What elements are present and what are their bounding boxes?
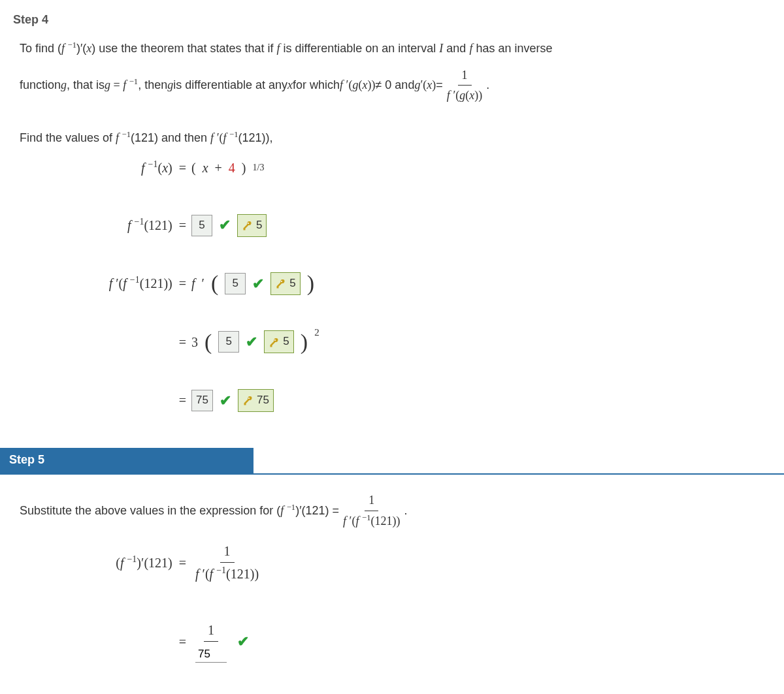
text: is differentiable at any (173, 75, 287, 95)
key-value: 5 (256, 216, 262, 235)
fraction: 1 f ′(g(x)) (443, 65, 486, 106)
svg-point-1 (281, 281, 282, 282)
step5-header-bar: Step 5 (0, 448, 253, 473)
equation-finv-121: f −1(121) = 5 ✔ 5 (20, 213, 764, 237)
text: To find ( (20, 42, 61, 55)
key-value: 5 (283, 332, 289, 351)
period: . (230, 691, 233, 694)
text: for which (293, 75, 340, 95)
answer-box-75[interactable]: 75 (191, 390, 213, 411)
step4-header: Step 4 (13, 13, 771, 27)
equation-sub1: (f −1)′(121) = 1 f ′(f −1(121)) (20, 540, 764, 585)
fraction-input: 1 (191, 619, 231, 664)
num: 1 (365, 490, 378, 511)
text: )′( (76, 42, 86, 55)
exponent-two: 2 (314, 324, 319, 341)
denominator-input[interactable] (195, 646, 227, 663)
equation-sub2: = 1 ✔ (20, 619, 764, 664)
answer-box-5b[interactable]: 5 (225, 273, 246, 294)
step5-underline (0, 473, 784, 475)
check-icon: ✔ (252, 272, 264, 296)
step4-content: To find (f −1)′(x) use the theorem that … (13, 35, 771, 428)
text: is differentiable on an interval (280, 42, 440, 55)
svg-point-2 (274, 339, 276, 341)
check-icon: ✔ (219, 213, 231, 237)
step5-paragraph-1: Substitute the above values in the expre… (20, 490, 764, 531)
answer-box-5c[interactable]: 5 (218, 331, 239, 353)
text: )′(121) = (295, 501, 339, 521)
equation-finv-x: f −1(x) = (x + 4)1/3 (20, 157, 764, 179)
answer-key-5b: 5 (270, 272, 300, 295)
equation-fprime-finv: f ′(f −1(121)) = f′( 5 ✔ 5 ) (20, 272, 764, 296)
text: ≠ 0 and (375, 75, 414, 95)
cross-icon: ✖ (214, 689, 226, 694)
step4-paragraph-2: function g, that is g = f −1, then g is … (20, 65, 764, 106)
num: 1 (220, 540, 235, 563)
step4-paragraph-3: Find the values of f −1(121) and then f … (20, 128, 764, 148)
svg-point-3 (248, 398, 250, 399)
text: Find the values of (20, 131, 116, 144)
fraction: 1 f ′(f −1(121)) (339, 490, 404, 531)
text: Substitute the above values in the expre… (20, 501, 280, 521)
step5-content: Substitute the above values in the expre… (13, 486, 771, 694)
answer-key-5c: 5 (264, 330, 293, 353)
key-value: 5 (289, 274, 295, 293)
text: , that is (67, 75, 105, 95)
three: 3 (191, 331, 198, 353)
key-icon (239, 219, 253, 231)
text: = (436, 75, 443, 95)
thus-line: Thus, (f −1)′(121) = ✖ . (20, 689, 764, 694)
equation-three-sq: = 3( 5 ✔ 5 )2 (20, 330, 764, 354)
check-icon: ✔ (246, 330, 257, 354)
step4-paragraph-1: To find (f −1)′(x) use the theorem that … (20, 39, 764, 59)
key-icon (266, 336, 280, 348)
check-icon: ✔ (220, 388, 231, 413)
key-icon (272, 277, 287, 289)
answer-box-5a[interactable]: 5 (191, 215, 212, 236)
text: , then (138, 75, 167, 95)
svg-point-0 (248, 223, 249, 224)
text: function (20, 75, 61, 95)
red-four: 4 (229, 157, 235, 179)
text: and (443, 42, 469, 55)
text: ) use the theorem that states that if (91, 42, 276, 55)
text: (121) and then (131, 131, 210, 144)
answer-key-5a: 5 (237, 214, 267, 237)
num-one: 1 (204, 619, 218, 642)
equation-75: = 75 ✔ 75 (20, 388, 764, 413)
answer-key-75: 75 (238, 389, 274, 412)
check-icon: ✔ (237, 629, 249, 654)
text: has an inverse (472, 42, 552, 55)
text: )′(121) = (79, 691, 123, 694)
text: (121)), (238, 131, 272, 144)
key-value: 75 (257, 391, 269, 410)
text: Thus, ( (20, 691, 56, 694)
key-icon (240, 394, 254, 406)
fraction: 1 f ′(f −1(121)) (191, 540, 263, 585)
